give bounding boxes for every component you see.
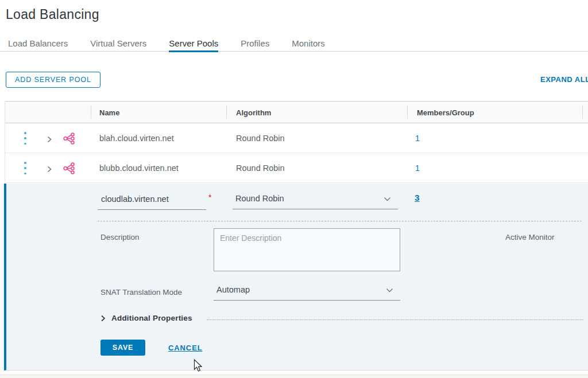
column-header-name: Name [99,102,119,124]
members-count-cell: 1 [415,153,420,183]
server-pool-icon [63,162,76,177]
tab-server-pools[interactable]: Server Pools [169,34,218,52]
add-server-pool-button[interactable]: ADD SERVER POOL [6,72,100,88]
page-title: Load Balancing [6,7,99,22]
snat-mode-select[interactable]: Automap [214,285,400,301]
tab-profiles[interactable]: Profiles [241,34,269,52]
column-header-members-group: Members/Group [417,102,474,124]
tab-load-balancers[interactable]: Load Balancers [8,34,68,52]
active-monitor-label: Active Monitor [505,233,555,241]
table-header-row: Name Algorithm Members/Group [5,101,588,123]
chevron-right-icon[interactable] [46,165,53,175]
kebab-menu-icon[interactable] [24,132,26,145]
footer-strip [0,375,588,378]
snat-translation-mode-label: SNAT Translation Mode [100,288,182,297]
tab-monitors[interactable]: Monitors [292,34,325,52]
cancel-button[interactable]: CANCEL [168,344,203,352]
members-count-link[interactable]: 1 [415,163,420,173]
server-pool-icon [63,133,76,147]
required-marker: * [208,193,211,202]
pool-algorithm: Round Robin [236,153,285,183]
description-label: Description [100,233,140,241]
table-row: blah.cloud.virten.net Round Robin 1 [5,123,588,153]
pool-name-field [98,194,206,210]
tab-bar: Load Balancers Virtual Servers Server Po… [0,34,588,52]
column-divider [226,106,227,119]
load-balancing-page: Load Balancing Load Balancers Virtual Se… [0,0,588,378]
members-count-link[interactable]: 1 [415,134,420,143]
edit-server-pool-panel: * Round Robin 3 Description Active Monit… [4,184,588,371]
pool-name: blah.cloud.virten.net [99,123,174,153]
column-divider [407,106,408,119]
chevron-right-icon[interactable] [46,135,53,145]
mouse-cursor [194,359,202,375]
algorithm-select[interactable]: Round Robin [233,194,398,209]
members-count-cell: 1 [415,123,420,153]
additional-properties-expander[interactable]: Additional Properties [100,314,192,322]
column-divider [582,106,583,119]
server-pools-table: Name Algorithm Members/Group [5,101,588,183]
dashed-separator [98,221,582,221]
dotted-separator [207,319,583,320]
expand-all-link[interactable]: EXPAND ALL [540,75,588,84]
tab-virtual-servers[interactable]: Virtual Servers [90,34,146,52]
chevron-down-icon [386,288,393,293]
column-divider [91,106,91,119]
chevron-right-icon [100,315,106,322]
column-header-algorithm: Algorithm [236,102,271,124]
pool-algorithm: Round Robin [236,123,285,153]
additional-properties-label: Additional Properties [111,314,192,322]
members-count-link[interactable]: 3 [415,193,420,203]
chevron-down-icon [384,197,391,202]
description-textarea[interactable] [214,228,400,271]
pool-name-input[interactable] [98,194,206,209]
algorithm-selected-value: Round Robin [233,194,398,209]
pool-name: blubb.cloud.virten.net [99,153,179,183]
kebab-menu-icon[interactable] [24,162,26,174]
snat-selected-value: Automap [214,285,400,300]
table-row: blubb.cloud.virten.net Round Robin 1 [5,153,588,183]
save-button[interactable]: SAVE [100,340,145,356]
